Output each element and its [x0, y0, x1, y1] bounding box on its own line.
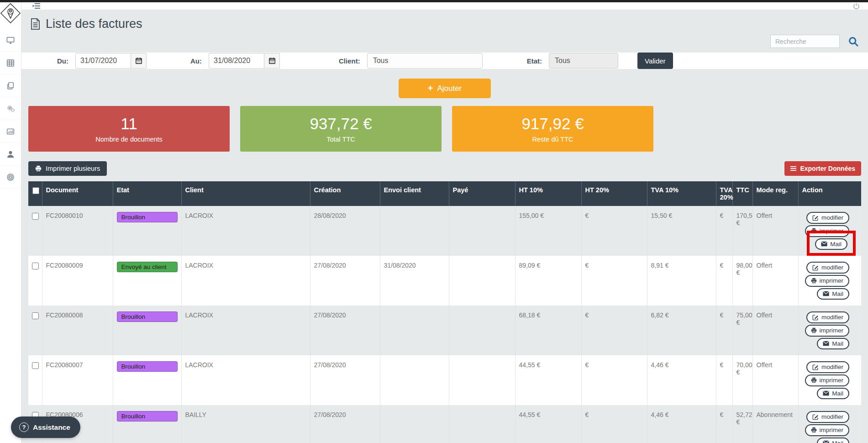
cell-ht10: 44,55 €	[515, 355, 581, 405]
sidebar-item-reports[interactable]	[0, 120, 21, 143]
cell-ht20: €	[581, 256, 647, 306]
table-row: FC20080008 Brouillon LACROIX 27/08/2020 …	[28, 306, 861, 355]
page-header: Liste des factures	[21, 10, 868, 31]
search-area	[21, 31, 868, 53]
row-checkbox[interactable]	[32, 362, 39, 369]
table-header-row: Document Etat Client Création Envoi clie…	[28, 181, 861, 206]
status-badge: Brouillon	[117, 212, 178, 222]
client-select[interactable]: Tous	[367, 53, 483, 69]
cell-paye	[449, 206, 515, 256]
modifier-button[interactable]: modifier	[806, 361, 849, 373]
date-from-calendar-button[interactable]	[131, 53, 147, 69]
row-checkbox[interactable]	[32, 312, 39, 319]
invoice-table: Document Etat Client Création Envoi clie…	[28, 181, 861, 443]
cell-ttc: 75,00 €	[732, 306, 752, 355]
table-toolbar: Imprimer plusieurs Exporter Données	[28, 161, 861, 176]
imprimer-label: imprimer	[820, 377, 844, 384]
ajouter-button[interactable]: + Ajouter	[399, 79, 491, 98]
col-ht20: HT 20%	[581, 181, 647, 206]
cell-mode-reg: Offert	[752, 206, 798, 256]
stat-card-documents: 11 Nombre de documents	[28, 106, 230, 152]
calendar-icon	[268, 57, 276, 64]
cell-mode-reg: Offert	[752, 306, 798, 355]
list-icon	[790, 166, 796, 171]
ajouter-button-label: Ajouter	[437, 84, 462, 93]
sidebar-item-settings[interactable]	[0, 97, 21, 120]
modifier-button[interactable]: modifier	[806, 411, 849, 423]
stats-row: 11 Nombre de documents 937,72 € Total TT…	[28, 106, 861, 152]
col-tva20: TVA 20%	[716, 181, 732, 206]
mail-button[interactable]: Mail	[817, 288, 849, 300]
mail-button[interactable]: Mail	[815, 238, 847, 250]
topbar	[21, 2, 868, 10]
target-icon	[6, 173, 15, 181]
imprimer-button[interactable]: imprimer	[805, 275, 850, 287]
imprimer-label: imprimer	[820, 278, 844, 284]
select-all-checkbox[interactable]	[32, 187, 39, 194]
status-badge: Brouillon	[117, 361, 178, 372]
cell-creation: 27/08/2020	[310, 355, 380, 405]
mail-label: Mail	[832, 390, 843, 397]
mail-button-wrap: Mail	[817, 438, 849, 443]
status-badge: Brouillon	[117, 411, 178, 422]
assistance-button[interactable]: ? Assistance	[11, 417, 80, 438]
row-actions: modifier imprimer	[802, 212, 858, 250]
cell-envoi-client: 31/08/2020	[380, 256, 449, 306]
sidebar-item-dashboard[interactable]	[0, 29, 21, 52]
sidebar-toggle-icon	[32, 2, 41, 10]
imprimer-button[interactable]: imprimer	[805, 424, 850, 436]
chart-icon	[6, 127, 15, 136]
cell-tva20: €	[716, 355, 732, 405]
search-input[interactable]	[770, 35, 840, 48]
cell-tva10: 4,46 €	[647, 405, 716, 443]
cell-ttc: 98,00 €	[732, 256, 752, 306]
logout-button[interactable]	[853, 3, 860, 10]
col-document: Document	[42, 181, 113, 206]
date-to-input[interactable]	[209, 53, 264, 69]
etat-select[interactable]: Tous	[549, 53, 618, 69]
cell-document: FC20080009	[42, 256, 113, 306]
cell-ht10: 89,09 €	[515, 256, 581, 306]
col-paye: Payé	[449, 181, 515, 206]
exporter-donnees-button[interactable]: Exporter Données	[784, 161, 861, 176]
modifier-button[interactable]: modifier	[806, 311, 849, 323]
sidebar-item-web[interactable]	[0, 166, 21, 189]
row-checkbox[interactable]	[32, 263, 39, 269]
row-checkbox[interactable]	[32, 213, 39, 220]
invoice-list-icon	[30, 18, 41, 30]
sidebar-item-tables[interactable]	[0, 52, 21, 74]
cell-mode-reg: Offert	[752, 256, 798, 306]
imprimer-label: imprimer	[820, 327, 844, 334]
row-actions: modifier imprimer	[802, 262, 858, 300]
modifier-button[interactable]: modifier	[806, 262, 849, 274]
cell-envoi-client	[380, 405, 449, 443]
valider-button[interactable]: Valider	[637, 53, 673, 69]
mail-button[interactable]: Mail	[817, 388, 849, 400]
app-logo[interactable]	[0, 2, 21, 29]
col-creation: Création	[310, 181, 380, 206]
sidebar-item-documents[interactable]	[0, 74, 21, 97]
envelope-icon	[823, 390, 829, 396]
cogs-icon	[6, 104, 15, 113]
mail-button[interactable]: Mail	[817, 438, 849, 443]
imprimer-plusieurs-button[interactable]: Imprimer plusieurs	[28, 161, 107, 176]
date-from-input[interactable]	[75, 53, 131, 69]
col-envoi-client: Envoi client	[380, 181, 449, 206]
stat-reste-label: Reste dû TTC	[532, 136, 573, 143]
table-row: FC20080007 Brouillon LACROIX 27/08/2020 …	[28, 355, 861, 405]
cell-mode-reg: Abonnement	[752, 405, 798, 443]
imprimer-button[interactable]: imprimer	[805, 325, 850, 337]
sidebar-toggle-button[interactable]	[32, 2, 41, 10]
sidebar-item-users[interactable]	[0, 143, 21, 166]
etat-label: Etat:	[527, 57, 542, 65]
modifier-button[interactable]: modifier	[806, 212, 849, 224]
cell-client: BAILLY	[181, 405, 310, 443]
search-button[interactable]	[848, 36, 859, 47]
cell-client: LACROIX	[181, 355, 310, 405]
table-icon	[6, 59, 15, 67]
modifier-label: modifier	[821, 264, 843, 271]
date-to-calendar-button[interactable]	[264, 53, 280, 69]
imprimer-button[interactable]: imprimer	[805, 374, 850, 386]
mail-button[interactable]: Mail	[817, 338, 849, 350]
cell-envoi-client	[380, 306, 449, 355]
